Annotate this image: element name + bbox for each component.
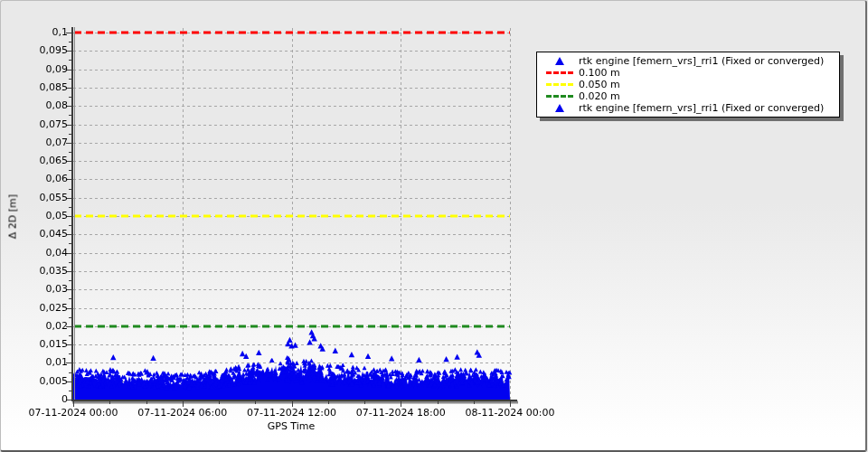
chart-panel: Δ 2D [m] GPS Time 00,0050,010,0150,020,0… (0, 0, 867, 452)
triangle-marker-icon (541, 104, 579, 112)
y-tick-label: 0,005 (1, 376, 68, 387)
y-tick-label: 0,095 (1, 45, 68, 56)
x-tick-label: 07-11-2024 00:00 (28, 407, 118, 419)
legend-label: 0.020 m (579, 90, 620, 102)
y-tick-label: 0,05 (1, 211, 68, 221)
dashed-line-icon (541, 83, 579, 86)
y-tick-label: 0,055 (1, 193, 68, 203)
x-tick-label: 07-11-2024 12:00 (247, 407, 336, 419)
legend-row: 0.020 m (541, 90, 835, 102)
legend-label: rtk engine [femern_vrs]_rri1 (Fixed or c… (579, 55, 824, 67)
y-tick-label: 0,07 (1, 137, 68, 148)
legend-row: 0.100 m (541, 67, 835, 79)
y-tick-label: 0,085 (1, 82, 68, 93)
y-tick-label: 0,1 (1, 27, 68, 38)
y-tick-label: 0,065 (1, 155, 68, 166)
legend-label: 0.050 m (579, 79, 620, 90)
y-tick-label: 0,01 (1, 357, 68, 368)
legend-row: rtk engine [femern_vrs]_rri1 (Fixed or c… (541, 55, 835, 67)
y-tick-label: 0 (1, 394, 68, 405)
legend-label: rtk engine [femern_vrs]_rri1 (Fixed or c… (579, 102, 824, 114)
y-tick-label: 0,045 (1, 229, 68, 240)
y-tick-label: 0,025 (1, 303, 68, 314)
y-tick-label: 0,04 (1, 248, 68, 259)
y-tick-label: 0,09 (1, 64, 68, 75)
dashed-line-icon (541, 71, 579, 74)
x-tick-label: 07-11-2024 18:00 (356, 407, 446, 419)
y-tick-label: 0,03 (1, 284, 68, 295)
y-tick-label: 0,035 (1, 266, 68, 277)
x-axis-title: GPS Time (268, 420, 316, 432)
y-tick-label: 0,08 (1, 100, 68, 111)
legend-box: rtk engine [femern_vrs]_rri1 (Fixed or c… (536, 52, 840, 118)
y-tick-label: 0,015 (1, 339, 68, 350)
y-tick-label: 0,02 (1, 321, 68, 332)
dashed-line-icon (541, 95, 579, 98)
x-tick-label: 08-11-2024 00:00 (465, 407, 554, 419)
legend-row: 0.050 m (541, 79, 835, 90)
x-tick-label: 07-11-2024 06:00 (137, 407, 227, 419)
y-tick-label: 0,075 (1, 119, 68, 130)
legend-row: rtk engine [femern_vrs]_rri1 (Fixed or c… (541, 102, 835, 114)
triangle-marker-icon (541, 57, 579, 65)
y-tick-label: 0,06 (1, 174, 68, 184)
legend-label: 0.100 m (579, 67, 620, 79)
